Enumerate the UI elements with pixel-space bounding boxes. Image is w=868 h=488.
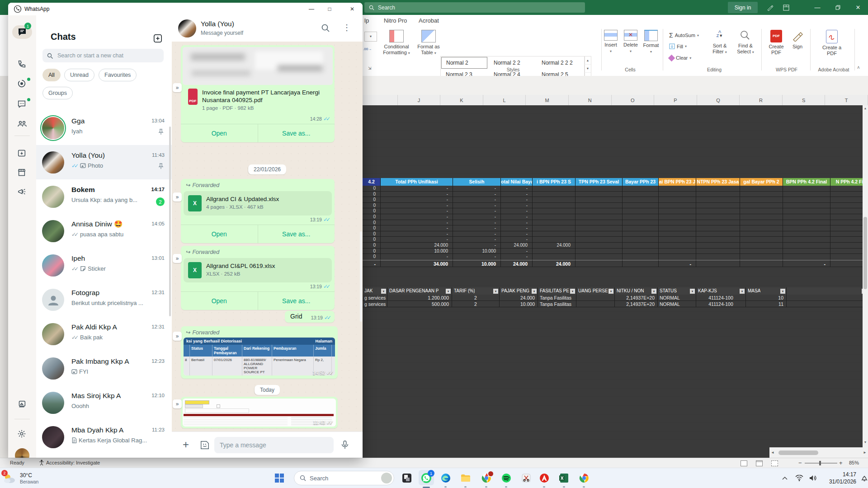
tab-nitro-pro[interactable]: Nitro Pro <box>384 17 407 24</box>
archived-icon[interactable] <box>17 148 28 159</box>
weather-widget[interactable]: 2 30°C Berawan <box>3 469 61 488</box>
column-header-P[interactable]: P <box>654 95 697 105</box>
accessibility-status[interactable]: Accessibility: Investigate <box>46 460 100 465</box>
create-a-pdf-button[interactable]: Create a PDF <box>819 30 844 56</box>
message-sheet-image[interactable]: 11:43✓✓ <box>181 397 338 428</box>
create-pdf-button[interactable]: PDF Create PDF <box>765 30 788 56</box>
column-header-Q[interactable]: Q <box>697 95 740 105</box>
conversation-header[interactable]: Yolla (You) Message yourself ⋮ <box>172 15 363 42</box>
whatsapp-titlebar[interactable]: WhatsApp — □ ✕ <box>8 3 363 15</box>
vertical-scrollbar[interactable]: ▲ ▼ <box>863 105 868 447</box>
excel-taskbar-icon[interactable] <box>558 472 571 484</box>
chevron-right-icon[interactable]: » <box>173 83 182 92</box>
collapse-ribbon-icon[interactable]: ˄ <box>857 65 860 70</box>
chat-item-pak-aldi[interactable]: Pak Aldi Kkp A 12:31 ✓✓Baik pak <box>36 317 172 351</box>
dialog-launcher-icon[interactable]: ⇲ <box>368 66 373 71</box>
calls-tab-icon[interactable] <box>17 59 28 70</box>
column-header-T[interactable]: T <box>825 95 868 105</box>
status-tab-icon[interactable] <box>17 79 28 89</box>
filter-all[interactable]: All <box>42 69 61 81</box>
broadcast-icon[interactable] <box>17 187 28 198</box>
business-tools-icon[interactable] <box>17 168 28 178</box>
chat-item-ipeh[interactable]: Ipeh 13:01 ✓✓ Sticker <box>36 248 172 282</box>
conversation-search-icon[interactable] <box>321 23 330 33</box>
tab-acrobat[interactable]: Acrobat <box>419 17 439 24</box>
filter-button[interactable]: ▾ <box>780 289 785 294</box>
fill-button[interactable]: Fill▾ <box>669 43 687 49</box>
zoom-in-icon[interactable]: + <box>839 460 843 466</box>
sign-in-button[interactable]: Sign in <box>728 2 758 13</box>
page-layout-view-icon[interactable] <box>756 460 763 466</box>
chat-item-yolla[interactable]: Yolla (You) 11:43 ✓✓ Photo <box>36 145 172 179</box>
open-button[interactable]: Open <box>181 225 258 243</box>
edge-icon[interactable] <box>439 472 452 484</box>
ribbon-display-icon[interactable] <box>780 2 792 13</box>
column-header-J[interactable]: J <box>398 95 441 105</box>
chevron-right-icon[interactable]: » <box>173 332 182 341</box>
conversation-scrollbar[interactable] <box>360 231 362 322</box>
spotify-icon[interactable] <box>500 472 513 484</box>
filter-button[interactable]: ▾ <box>493 289 498 294</box>
excel-close-button[interactable]: ✕ <box>849 0 867 15</box>
attach-plus-icon[interactable]: + <box>183 438 189 451</box>
channels-tab-icon[interactable] <box>17 99 28 110</box>
sticker-emoji-icon[interactable] <box>200 440 210 450</box>
sign-button[interactable]: Sign <box>788 30 807 50</box>
horizontal-scroll-thumb[interactable] <box>778 450 818 455</box>
wifi-icon[interactable] <box>793 472 806 484</box>
filter-button[interactable]: ▾ <box>446 289 451 294</box>
column-header-N[interactable]: N <box>569 95 612 105</box>
excel-restore-button[interactable] <box>829 0 847 15</box>
draw-icon[interactable] <box>764 2 776 13</box>
insert-cells-button[interactable]: Insert▾ <box>601 30 620 54</box>
zoom-slider-knob[interactable] <box>819 461 821 465</box>
whatsapp-taskbar-icon[interactable]: 1 <box>420 472 433 484</box>
chevron-right-icon[interactable]: » <box>173 254 182 263</box>
filter-button[interactable]: ▾ <box>740 289 745 294</box>
delete-cells-button[interactable]: ✕ Delete▾ <box>621 30 640 54</box>
settings-gear-icon[interactable] <box>17 429 28 440</box>
format-as-table-button[interactable]: Format as Table ▾ <box>416 30 441 56</box>
column-header-M[interactable]: M <box>526 95 569 105</box>
wa-maximize-button[interactable]: □ <box>322 3 337 15</box>
decimal-icon[interactable]: .00→ <box>363 47 374 54</box>
message-xlsx-2[interactable]: ↪Forwarded X Allgrand CI&PL 0619.xlsx XL… <box>181 246 335 310</box>
zoom-level[interactable]: 85% <box>849 460 859 465</box>
normal-view-icon[interactable] <box>741 460 747 466</box>
filter-button[interactable]: ▾ <box>381 289 386 294</box>
adobe-icon[interactable] <box>538 472 551 484</box>
taskbar-search[interactable]: Search <box>294 471 394 485</box>
communities-tab-icon[interactable] <box>17 118 28 129</box>
tray-chevron-up-icon[interactable] <box>778 472 791 484</box>
autosum-button[interactable]: Σ AutoSum▾ <box>669 32 699 39</box>
format-cells-button[interactable]: Format▾ <box>641 30 661 55</box>
column-header-O[interactable]: O <box>612 95 655 105</box>
filter-button[interactable]: ▾ <box>532 289 537 294</box>
zoom-slider[interactable] <box>805 463 837 464</box>
chat-item-mas-siroj[interactable]: Mas Siroj Kkp A 12:10 Ooohh <box>36 385 172 420</box>
clock[interactable]: 14:17 31/01/2026 <box>829 471 856 485</box>
wa-minimize-button[interactable]: — <box>304 3 319 15</box>
file-explorer-icon[interactable] <box>459 472 472 484</box>
number-format-dropdown[interactable]: ▾ <box>364 32 377 42</box>
chat-list-scrollbar[interactable] <box>169 127 171 316</box>
excel-minimize-button[interactable]: — <box>808 0 826 15</box>
column-header-K[interactable]: K <box>440 95 483 105</box>
app-icon-dark[interactable] <box>401 472 413 484</box>
style-normal-2[interactable]: Normal 2 <box>441 57 487 69</box>
message-area[interactable]: PDF Invoice final payment PT Lancarjaya … <box>172 42 363 432</box>
excel-search-box[interactable]: Search <box>364 2 585 13</box>
scroll-down-icon[interactable]: ▼ <box>863 441 868 444</box>
style-normal-2-2-2[interactable]: Normal 2 2 2 <box>537 57 583 69</box>
message-xlsx-1[interactable]: ↪Forwarded X Allgrand CI & Updated.xlsx … <box>181 179 335 243</box>
media-icon[interactable] <box>17 399 28 410</box>
filter-button[interactable]: ▾ <box>651 289 656 294</box>
chat-search-input[interactable]: Search or start a new chat <box>42 49 164 62</box>
conditional-formatting-button[interactable]: Conditional Formatting ▾ <box>377 30 415 56</box>
snipping-tool-icon[interactable] <box>520 472 533 484</box>
column-header-S[interactable]: S <box>783 95 826 105</box>
filter-button[interactable]: ▾ <box>609 289 613 294</box>
scroll-right-icon[interactable]: ► <box>862 450 868 455</box>
filter-unread[interactable]: Unread <box>64 69 94 81</box>
chrome-icon-2[interactable] <box>578 472 590 484</box>
